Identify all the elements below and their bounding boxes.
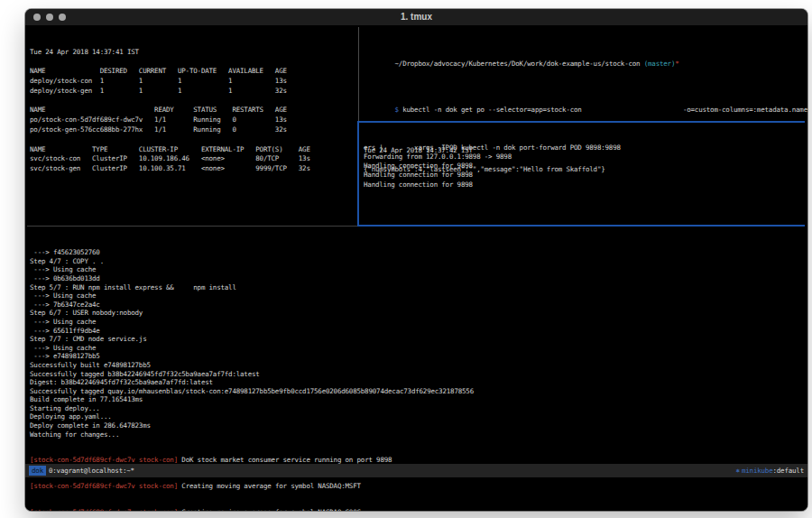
kube-context-status: ⎈ minikube :default — [736, 467, 807, 475]
helm-wheel-icon: ⎈ — [736, 467, 740, 475]
window-title: 1. tmux — [401, 9, 432, 25]
terminal-window: 1. tmux Tue 24 Apr 2018 14:37:41 IST NAM… — [25, 9, 807, 511]
kubectl-watch-output: Tue 24 Apr 2018 14:37:41 IST NAME DESIRE… — [30, 48, 310, 174]
pane-kubectl-watch[interactable]: Tue 24 Apr 2018 14:37:41 IST NAME DESIRE… — [30, 28, 310, 194]
tmux-terminal: Tue 24 Apr 2018 14:37:41 IST NAME DESIRE… — [25, 25, 807, 511]
window-titlebar[interactable]: 1. tmux — [25, 9, 807, 25]
pane-divider-vertical-active[interactable] — [357, 122, 359, 226]
traffic-lights — [33, 9, 66, 25]
pod-log-prefix: [stock-con-5d7df689cf-dwc7v stock-con] — [30, 482, 181, 490]
command-line: $ kubectl -n dok get po --selector=app=s… — [364, 97, 807, 125]
pod-log-message: Creating moving average for symbol NASDA… — [181, 482, 361, 490]
shell-command: kubectl -n dok get po --selector=app=sto… — [399, 106, 807, 114]
pod-log-prefix: [stock-con-5d7df689cf-dwc7v stock-con] — [30, 508, 181, 511]
kube-context-label: minikube — [742, 467, 773, 475]
pane-curl-output[interactable]: Tue 24 Apr 2018 14:37:42 IST {"numsymbol… — [364, 126, 605, 195]
log-line: [stock-con-5d7df689cf-dwc7v stock-con] C… — [30, 508, 474, 511]
git-branch-label: (master) — [644, 60, 676, 68]
session-name-badge: dok — [29, 466, 46, 476]
pane-divider-horizontal-inactive-bottom[interactable] — [27, 226, 357, 227]
log-line: [stock-con-5d7df689cf-dwc7v stock-con] C… — [30, 482, 474, 491]
zoom-button-icon[interactable] — [59, 14, 66, 21]
docker-build-output: ---> f45623052760 Step 4/7 : COPY . . --… — [30, 248, 474, 439]
minimize-button-icon[interactable] — [46, 14, 53, 21]
pane-divider-horizontal-active-bottom[interactable] — [357, 225, 805, 227]
prompt-cwd: ~/Dropbox/advocacy/Kubernetes/DoK/work/d… — [395, 60, 644, 68]
prompt-line: ~/Dropbox/advocacy/Kubernetes/DoK/work/d… — [364, 51, 807, 79]
curl-output: Tue 24 Apr 2018 14:37:42 IST {"numsymbol… — [364, 146, 605, 175]
git-dirty-indicator: * — [675, 60, 678, 68]
pod-log-message: Creating moving average for symbol NASDA… — [181, 508, 361, 511]
pane-divider-vertical-inactive[interactable] — [358, 27, 359, 122]
window-list-item[interactable]: 0:vagrant@localhost:~* — [49, 467, 134, 475]
tmux-status-bar: dok 0:vagrant@localhost:~* ⎈ minikube :d… — [25, 464, 807, 477]
kube-namespace-label: :default — [772, 467, 804, 475]
close-button-icon[interactable] — [33, 14, 41, 21]
